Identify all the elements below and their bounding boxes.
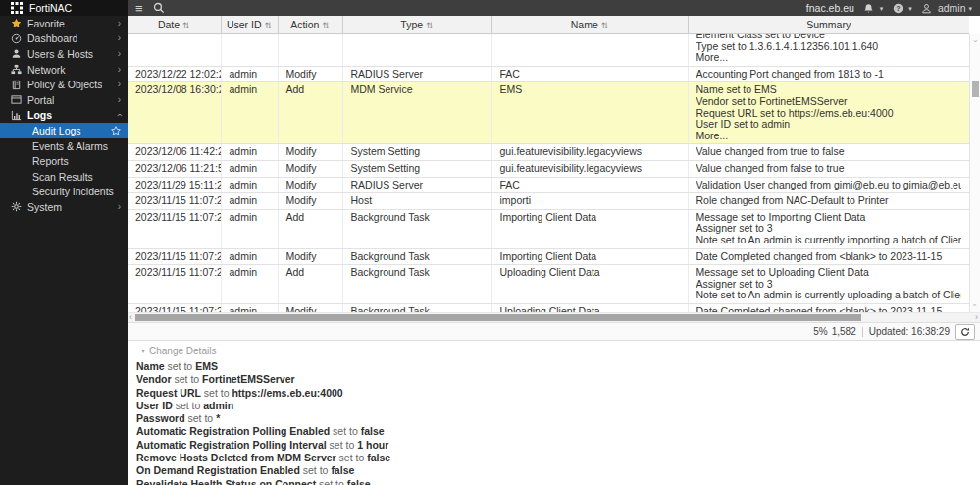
main-panel: Date⇅User ID⇅Action⇅Type⇅Name⇅Summary El… — [128, 16, 980, 485]
table-row[interactable]: 2023/12/06 11:42:28adminModifySystem Set… — [128, 144, 969, 161]
scroll-right-icon[interactable]: › — [975, 313, 978, 322]
cell-user: admin — [221, 160, 278, 177]
sidebar-item-logs[interactable]: Logs› — [0, 108, 128, 124]
vertical-scrollbar-thumb[interactable] — [972, 81, 979, 97]
sidebar-item-label: Portal — [27, 94, 54, 106]
sidebar-item-label: Dashboard — [27, 32, 77, 44]
sidebar-item-security-incidents[interactable]: Security Incidents — [0, 185, 128, 200]
table-row[interactable]: 2023/11/15 11:07:28adminModifyBackground… — [128, 248, 969, 265]
table-row[interactable]: 2023/11/15 11:07:28adminModifyHostimport… — [128, 193, 969, 210]
change-details-title: Change Details — [149, 346, 216, 356]
cell-summary: Element Class set to DeviceType set to 1… — [688, 34, 969, 67]
cell-user: admin — [221, 177, 278, 193]
column-header-label: Type — [400, 19, 423, 30]
summary-line: Element Class set to Device — [696, 34, 962, 41]
scroll-down-icon[interactable]: › — [970, 301, 980, 309]
column-header-summary[interactable]: Summary — [688, 16, 969, 34]
column-header-date[interactable]: Date⇅ — [128, 16, 221, 34]
summary-line: Name set to EMS — [696, 84, 962, 96]
horizontal-scrollbar-thumb[interactable] — [135, 314, 861, 321]
cell-type: System Setting — [342, 144, 491, 161]
sidebar-item-users-hosts[interactable]: Users & Hosts› — [0, 46, 128, 62]
cell-date: 2023/11/15 11:07:26 — [128, 303, 221, 312]
fortinet-grid-logo-icon — [9, 0, 25, 16]
chevron-down-icon: ▾ — [880, 5, 884, 12]
sidebar-subitem-label: Audit Logs — [32, 125, 81, 136]
sidebar-item-scan-results[interactable]: Scan Results — [0, 169, 128, 185]
cell-name: Importing Client Data — [491, 209, 688, 248]
chevron-right-icon: › — [118, 49, 121, 59]
sidebar-subitem-label: Events & Alarms — [32, 140, 108, 152]
scroll-up-icon[interactable]: › — [970, 37, 980, 45]
sidebar-item-events-alarms[interactable]: Events & Alarms — [0, 138, 128, 154]
user-menu[interactable]: admin ▾ — [919, 0, 972, 16]
sidebar-subitem-label: Reports — [32, 155, 69, 167]
cell-summary: Value changed from false to true — [688, 160, 969, 177]
column-header-name[interactable]: Name⇅ — [491, 16, 688, 34]
sidebar-item-favorite[interactable]: Favorite› — [0, 16, 128, 31]
sort-icon[interactable]: ⇅ — [265, 21, 273, 30]
cell-date: 2023/11/29 15:11:26 — [128, 177, 221, 193]
sort-icon[interactable]: ⇅ — [601, 21, 609, 30]
cell-summary: Role changed from NAC-Default to Printer — [688, 193, 969, 210]
cell-summary: Message set to Uploading Client DataAssi… — [688, 265, 969, 304]
table-row[interactable]: 2023/11/15 11:07:26adminModifyBackground… — [128, 303, 969, 312]
chevron-right-icon: › — [118, 95, 121, 105]
refresh-icon — [960, 327, 970, 337]
chevron-right-icon: › — [118, 80, 121, 89]
column-header-action[interactable]: Action⇅ — [278, 16, 342, 34]
change-detail-line: Request URL set to https://ems.eb.eu:400… — [136, 387, 980, 400]
fortinac-app: FortiNAC ≡ fnac.eb.eu ▾ ? ▾ admin ▾ Favo — [0, 0, 980, 485]
sidebar-item-system[interactable]: System› — [0, 199, 128, 215]
favorite-star-outline-icon[interactable] — [111, 126, 121, 135]
horizontal-scrollbar[interactable]: ‹ › — [128, 312, 980, 322]
sidebar-item-policy-objects[interactable]: Policy & Objects› — [0, 77, 128, 92]
table-row[interactable]: 2023/12/08 16:30:21adminAddMDM ServiceEM… — [128, 82, 969, 144]
sidebar-item-label: Logs — [27, 109, 52, 121]
cell-name: gui.featurevisibility.legacyviews — [491, 144, 688, 161]
table-row[interactable]: 2023/11/15 11:07:26adminAddBackground Ta… — [128, 265, 969, 304]
column-header-label: Summary — [806, 19, 851, 30]
change-details-header[interactable]: ▾ Change Details — [141, 346, 980, 356]
sort-icon[interactable]: ⇅ — [182, 21, 190, 30]
column-header-type[interactable]: Type⇅ — [342, 16, 491, 34]
cell-user: admin — [221, 209, 278, 248]
sidebar-item-network[interactable]: Network› — [0, 62, 128, 78]
menu-hamburger-icon[interactable]: ≡ — [135, 2, 143, 15]
cell-summary: Validation User changed from gimi@eb.eu … — [688, 177, 969, 193]
cell-summary: Accounting Port changed from 1813 to -1 — [688, 66, 969, 82]
cell-action: Add — [278, 265, 342, 304]
status-divider — [862, 327, 863, 337]
cell-user: admin — [221, 144, 278, 161]
table-row[interactable]: 2023/11/29 15:11:26adminModifyRADIUS Ser… — [128, 177, 969, 193]
column-header-user-id[interactable]: User ID⇅ — [221, 16, 278, 34]
summary-line: Assigner set to 3 — [696, 279, 962, 291]
change-detail-line: User ID set to admin — [136, 400, 980, 412]
table-row[interactable]: Element Class set to DeviceType set to 1… — [128, 34, 969, 67]
app-logo[interactable]: FortiNAC — [0, 0, 128, 16]
sort-icon[interactable]: ⇅ — [426, 21, 434, 30]
vertical-scrollbar[interactable]: › › — [969, 34, 980, 312]
help-menu[interactable]: ? ▾ — [890, 0, 912, 16]
sort-icon[interactable]: ⇅ — [322, 21, 330, 30]
change-detail-line: Automatic Registration Polling Interval … — [136, 439, 980, 452]
search-icon[interactable] — [151, 0, 167, 16]
refresh-button[interactable] — [955, 324, 975, 340]
sidebar-item-reports[interactable]: Reports — [0, 153, 128, 169]
cell-name: Uploading Client Data — [491, 303, 688, 312]
table-row[interactable]: 2023/12/22 12:02:28adminModifyRADIUS Ser… — [128, 66, 969, 82]
notifications-menu[interactable]: ▾ — [861, 0, 884, 16]
status-bar: 5% 1,582 Updated: 16:38:29 — [128, 322, 980, 341]
table-row[interactable]: 2023/12/06 11:21:55adminModifySystem Set… — [128, 160, 969, 177]
sidebar-item-audit-logs[interactable]: Audit Logs — [0, 123, 128, 138]
topbar-right: fnac.eb.eu ▾ ? ▾ admin ▾ — [806, 0, 980, 16]
content: Favorite›Dashboard›Users & Hosts›Network… — [0, 16, 980, 485]
chevron-right-icon: › — [118, 65, 121, 75]
sidebar-item-portal[interactable]: Portal› — [0, 92, 128, 108]
scroll-left-icon[interactable]: ‹ — [129, 313, 132, 322]
change-detail-line: Automatic Registration Polling Enabled s… — [136, 425, 980, 438]
user-menu-label: admin — [938, 2, 966, 14]
sidebar-item-dashboard[interactable]: Dashboard› — [0, 31, 128, 47]
table-row[interactable]: 2023/11/15 11:07:28adminAddBackground Ta… — [128, 209, 969, 248]
cell-summary: Name set to EMSVendor set to FortinetEMS… — [688, 82, 969, 144]
